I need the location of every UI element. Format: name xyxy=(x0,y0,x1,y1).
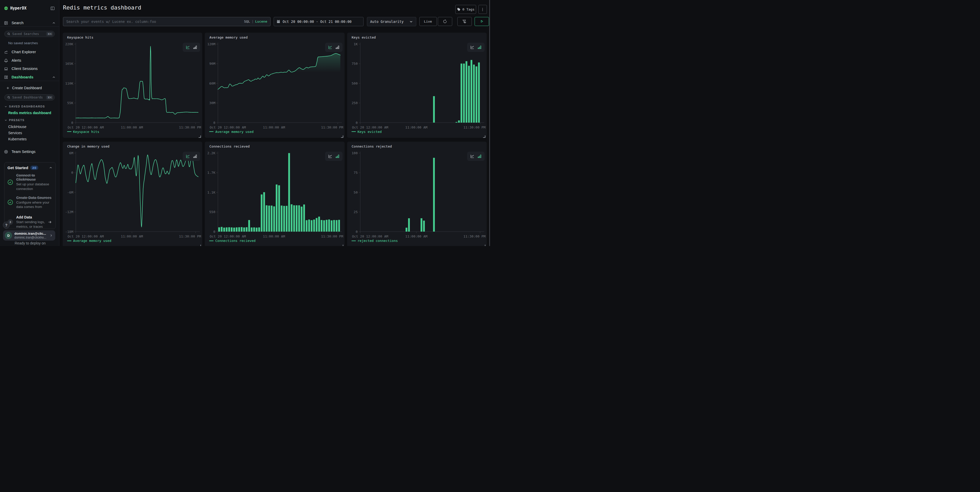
create-dashboard-label: Create Dashboard xyxy=(12,86,42,90)
filter-button[interactable] xyxy=(457,17,472,26)
create-dashboard-button[interactable]: Create Dashboard xyxy=(0,83,59,92)
line-chart-toggle-icon[interactable] xyxy=(186,154,190,158)
panel-resize-handle[interactable] xyxy=(483,244,485,246)
calendar-icon xyxy=(277,19,280,23)
get-started-step-sources[interactable]: Create Data Sources Configure where your… xyxy=(8,196,52,210)
chart-type-toggle xyxy=(183,152,200,161)
svg-text:25: 25 xyxy=(353,210,358,214)
tags-button-label: 0 Tags xyxy=(463,8,474,11)
chart-legend[interactable]: Average memory used xyxy=(67,239,111,243)
event-search-input[interactable]: Search your events w/ Lucene ex. column:… xyxy=(63,17,270,26)
panel-title: Average memory used xyxy=(209,35,248,39)
bar-chart-toggle-icon[interactable] xyxy=(335,45,339,49)
svg-text:6M: 6M xyxy=(69,151,73,155)
no-saved-searches-text: No saved searches xyxy=(8,41,38,45)
search-icon xyxy=(7,32,10,35)
panel-title: Change in memory used xyxy=(67,145,110,148)
chart-line-icon xyxy=(4,50,8,54)
chart-legend[interactable]: Connections recieved xyxy=(209,239,256,243)
saved-dashboards-input[interactable]: Saved Dashboards ⌘K xyxy=(4,94,55,100)
page-scrollbar[interactable] xyxy=(489,0,490,246)
line-chart-toggle-icon[interactable] xyxy=(470,45,474,49)
bar-chart-toggle-icon[interactable] xyxy=(477,45,482,49)
sidebar-item-search[interactable]: Search xyxy=(0,18,59,27)
svg-text:11:00:00 AM: 11:00:00 AM xyxy=(121,234,143,238)
time-range-input[interactable]: Oct 20 00:00:00 - Oct 21 00:00:00 xyxy=(274,17,364,26)
sidebar-item-kubernetes[interactable]: Kubernetes xyxy=(8,137,57,141)
line-chart-toggle-icon[interactable] xyxy=(186,45,190,49)
sidebar-item-client-sessions[interactable]: Client Sessions xyxy=(0,64,59,73)
panel-resize-handle[interactable] xyxy=(341,244,343,246)
help-button[interactable]: ? xyxy=(3,221,10,229)
lucene-option[interactable]: Lucene xyxy=(255,19,267,23)
line-chart-toggle-icon[interactable] xyxy=(328,154,332,158)
sidebar-item-redis-dashboard[interactable]: Redis metrics dashboard xyxy=(8,111,57,115)
chart-legend[interactable]: Keys evicted xyxy=(352,130,382,134)
chart-panel-keys-evicted: 02505007501KOct 20 12:00:00 AM11:00:00 A… xyxy=(347,33,487,138)
bar-chart-toggle-icon[interactable] xyxy=(193,154,197,158)
legend-label: Connections recieved xyxy=(215,239,256,243)
presets-section-header[interactable]: PRESETS xyxy=(4,118,24,122)
help-question-icon: ? xyxy=(5,223,8,227)
user-profile[interactable]: D dominic.tran@clic... dominic.tran@clic… xyxy=(3,230,55,240)
chevron-up-icon[interactable] xyxy=(49,166,52,169)
panel-resize-handle[interactable] xyxy=(199,134,201,137)
sidebar-item-dashboards[interactable]: Dashboards xyxy=(0,73,59,82)
play-icon xyxy=(480,19,484,23)
circle-check-icon xyxy=(8,199,13,205)
chart-legend[interactable]: Average memory used xyxy=(209,130,254,134)
sidebar-item-services[interactable]: Services xyxy=(8,131,57,135)
get-started-step-connect[interactable]: Connect to ClickHouse Set up your databa… xyxy=(8,173,52,191)
chart-panel-change-in-memory-used: -18M-12M-6M06MOct 20 12:00:00 AM11:00:00… xyxy=(63,142,202,246)
panel-resize-handle[interactable] xyxy=(341,134,343,137)
svg-text:0: 0 xyxy=(71,171,73,175)
panel-resize-handle[interactable] xyxy=(199,244,201,246)
chart-type-toggle xyxy=(467,152,485,161)
step-subtitle: Set up your database connection xyxy=(16,182,52,191)
sidebar-item-clickhouse[interactable]: ClickHouse xyxy=(8,125,57,129)
sidebar-item-label: Search xyxy=(11,21,24,25)
svg-text:1K: 1K xyxy=(353,42,358,46)
svg-text:11:30:00 PM: 11:30:00 PM xyxy=(321,234,343,238)
chart-panel-average-memory-used: 030M60M90M120MOct 20 12:00:00 AM11:00:00… xyxy=(205,33,345,138)
chart-canvas: 05501.1K1.7K2.2KOct 20 12:00:00 AM11:00:… xyxy=(205,142,345,246)
play-button[interactable] xyxy=(474,17,489,26)
query-language-toggle[interactable]: SQL|Lucene xyxy=(244,19,267,23)
sidebar-item-chart-explorer[interactable]: Chart Explorer xyxy=(0,47,59,57)
live-button[interactable]: Live xyxy=(419,17,437,26)
sidebar-item-alerts[interactable]: Alerts xyxy=(0,56,59,65)
svg-text:11:00:00 AM: 11:00:00 AM xyxy=(121,126,143,129)
more-options-button[interactable] xyxy=(479,5,487,14)
sql-option[interactable]: SQL xyxy=(244,19,250,23)
get-started-progress-badge: 2/3 xyxy=(30,166,38,170)
chart-panel-connections-recieved: 05501.1K1.7K2.2KOct 20 12:00:00 AM11:00:… xyxy=(205,142,345,246)
lang-separator: | xyxy=(251,19,254,23)
bar-chart-toggle-icon[interactable] xyxy=(477,154,482,158)
sidebar-collapse-button[interactable] xyxy=(49,5,56,11)
svg-text:Oct 20 12:00:00 AM: Oct 20 12:00:00 AM xyxy=(352,234,388,238)
chart-legend[interactable]: rejected connections xyxy=(352,239,398,243)
saved-searches-input[interactable]: Saved Searches ⌘K xyxy=(4,31,55,37)
step-title: Connect to ClickHouse xyxy=(16,173,52,182)
sidebar-item-team-settings[interactable]: Team Settings xyxy=(0,147,59,156)
chart-type-toggle xyxy=(325,43,342,52)
live-button-label: Live xyxy=(424,19,432,23)
saved-dashboards-section-header[interactable]: SAVED DASHBOARDS xyxy=(4,105,45,108)
line-chart-toggle-icon[interactable] xyxy=(470,154,474,158)
chart-legend[interactable]: Keyspace hits xyxy=(67,130,99,134)
panel-resize-handle[interactable] xyxy=(483,134,485,137)
granularity-select[interactable]: Auto Granularity xyxy=(367,17,416,26)
get-started-step-add-data[interactable]: 3 Add Data Start sending logs, metrics, … xyxy=(8,215,52,229)
tags-button[interactable]: 0 Tags xyxy=(455,5,476,14)
main-content: Redis metrics dashboard 0 Tags Search yo… xyxy=(60,0,490,246)
bar-chart-toggle-icon[interactable] xyxy=(193,45,197,49)
chevron-up-icon xyxy=(52,76,56,79)
bar-chart-toggle-icon[interactable] xyxy=(335,154,339,158)
svg-text:11:30:00 PM: 11:30:00 PM xyxy=(463,234,485,238)
circle-check-icon xyxy=(8,180,13,185)
svg-text:110K: 110K xyxy=(65,81,73,85)
line-chart-toggle-icon[interactable] xyxy=(328,45,332,49)
resize-corner-icon xyxy=(483,245,485,246)
refresh-button[interactable] xyxy=(438,17,452,26)
svg-text:550: 550 xyxy=(209,210,215,214)
